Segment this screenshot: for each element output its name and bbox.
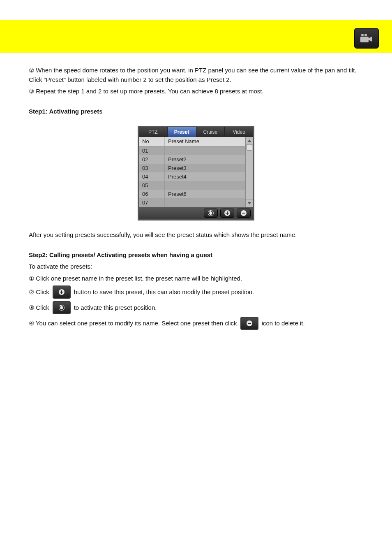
row-no: 02	[139, 155, 165, 164]
svg-marker-1	[369, 37, 372, 42]
row-no: 04	[139, 172, 165, 181]
activate-step-3-pre: ③ Click	[29, 303, 49, 313]
row-name: Preset6	[165, 190, 245, 198]
row-no: 06	[139, 190, 165, 198]
table-row[interactable]: 04Preset4	[139, 172, 245, 181]
tab-video[interactable]: Video	[225, 127, 253, 137]
step1-heading: Step1: Activating presets	[29, 107, 363, 116]
activate-step-3: ③ Click to activate this preset position…	[29, 301, 363, 314]
activate-step-2: ② Click button to save this preset, this…	[29, 285, 363, 299]
refresh-icon	[53, 301, 71, 314]
delete-step-pre: ④ You can select one preset to modify it…	[29, 319, 237, 328]
svg-point-2	[361, 34, 364, 36]
scrollbar[interactable]	[245, 137, 253, 207]
svg-rect-0	[360, 37, 369, 42]
activate-step-3-post: to activate this preset position.	[74, 303, 157, 313]
preset-panel: PTZ Preset Cruise Video No Preset Name 0…	[138, 126, 254, 220]
refresh-button[interactable]	[204, 209, 218, 218]
table-row[interactable]: 01	[139, 146, 245, 155]
row-no: 07	[139, 198, 165, 207]
col-header-name: Preset Name	[165, 137, 245, 146]
intro-para-2: ③ Repeat the step 1 and 2 to set up more…	[29, 87, 363, 96]
intro-para-1: ② When the speed dome rotates to the pos…	[29, 66, 363, 84]
row-name	[165, 146, 245, 155]
preset-table: No Preset Name 0102Preset203Preset304Pre…	[139, 137, 245, 207]
activate-step-2-pre: ② Click	[29, 288, 49, 297]
top-white-spacer	[0, 0, 392, 20]
scroll-down-icon[interactable]	[246, 199, 253, 207]
svg-rect-12	[242, 213, 245, 214]
page-content: ② When the speed dome rotates to the pos…	[0, 53, 392, 557]
svg-rect-15	[60, 292, 63, 292]
scroll-up-icon[interactable]	[246, 137, 253, 145]
plus-icon	[53, 285, 71, 299]
tab-strip: PTZ Preset Cruise Video	[139, 127, 253, 137]
camera-icon	[354, 28, 379, 49]
table-row[interactable]: 07	[139, 198, 245, 207]
row-name: Preset3	[165, 164, 245, 172]
header-bar	[0, 20, 392, 53]
row-name	[165, 181, 245, 190]
row-name: Preset2	[165, 155, 245, 164]
svg-point-3	[364, 34, 367, 36]
scroll-thumb[interactable]	[247, 145, 252, 151]
row-name	[165, 198, 245, 207]
table-row[interactable]: 05	[139, 181, 245, 190]
panel-footer	[139, 207, 253, 219]
add-button[interactable]	[220, 209, 234, 218]
row-no: 05	[139, 181, 165, 190]
activate-intro: To activate the presets:	[29, 262, 363, 272]
tab-preset[interactable]: Preset	[168, 127, 196, 137]
svg-rect-10	[226, 213, 229, 214]
remove-button[interactable]	[237, 209, 251, 218]
table-row[interactable]: 02Preset2	[139, 155, 245, 164]
after-ui-para: After you setting presets successfully, …	[29, 230, 363, 240]
activate-step-1: ① Click one preset name in the preset li…	[29, 274, 363, 283]
tab-cruise[interactable]: Cruise	[196, 127, 225, 137]
table-row[interactable]: 03Preset3	[139, 164, 245, 172]
delete-step-post: icon to delete it.	[262, 319, 305, 328]
minus-icon	[240, 317, 258, 330]
table-row[interactable]: 06Preset6	[139, 190, 245, 198]
activate-step-2-post: button to save this preset, this can als…	[74, 288, 254, 297]
step2-heading: Step2: Calling presets/ Activating prese…	[29, 251, 363, 260]
svg-rect-19	[248, 323, 251, 324]
row-no: 03	[139, 164, 165, 172]
row-name: Preset4	[165, 172, 245, 181]
tab-ptz[interactable]: PTZ	[139, 127, 168, 137]
row-no: 01	[139, 146, 165, 155]
col-header-no: No	[139, 137, 165, 146]
delete-step: ④ You can select one preset to modify it…	[29, 317, 363, 330]
svg-marker-5	[248, 202, 251, 204]
bottom-padding	[29, 332, 363, 497]
svg-marker-4	[248, 139, 251, 142]
